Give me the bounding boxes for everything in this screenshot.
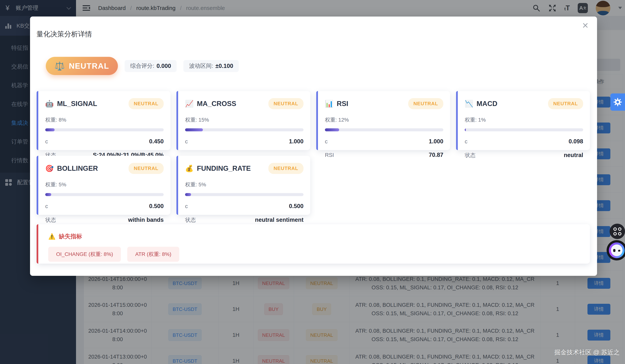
robot-icon: 🤖 (45, 100, 54, 108)
volatility-range-value: ±0.100 (216, 63, 233, 69)
warning-icon: ⚠️ (48, 233, 56, 240)
weight-label: 权重: 1% (465, 116, 583, 123)
overall-score-value: 0.000 (156, 63, 171, 69)
overall-summary-row: ⚖️ NEUTRAL 综合评分: 0.000 波动区间: ±0.100 (46, 57, 239, 75)
weight-progress (45, 193, 164, 196)
ai-assistant-button[interactable] (607, 240, 625, 260)
weight-progress (185, 128, 304, 131)
weight-label: 权重: 8% (45, 116, 164, 123)
apps-grid-icon (613, 227, 622, 236)
volatility-range: 波动区间: ±0.100 (183, 60, 239, 72)
balance-scale-icon: ⚖️ (54, 62, 65, 70)
indicator-card-ml-signal: 🤖ML_SIGNAL NEUTRAL 权重: 8% c0.450 状态S:24.… (37, 91, 170, 150)
chart-down-icon: 📉 (465, 100, 473, 108)
bar-chart-icon: 📊 (325, 100, 333, 108)
gear-icon (613, 98, 622, 106)
overall-signal-label: NEUTRAL (69, 61, 109, 71)
robot-face-icon (609, 243, 625, 258)
indicator-cards: 🤖ML_SIGNAL NEUTRAL 权重: 8% c0.450 状态S:24.… (37, 91, 590, 215)
status-badge: NEUTRAL (128, 163, 164, 174)
indicator-card-rsi: 📊RSI NEUTRAL 权重: 12% c1.000 RSI70.87 (316, 91, 450, 150)
settings-drawer-button[interactable] (610, 93, 625, 111)
screen: Dashboard / route.kbTrading / route.ense… (0, 0, 625, 364)
watermark: 掘金技术社区 @ 苏近之 (554, 348, 620, 357)
weight-progress (185, 193, 304, 196)
chart-up-icon: 📈 (185, 100, 193, 108)
weight-progress (325, 128, 443, 131)
indicator-card-funding-rate: 💰FUNDING_RATE NEUTRAL 权重: 5% c0.500 状态ne… (176, 156, 310, 215)
missing-indicator-chip: ATR (权重: 8%) (127, 247, 179, 262)
weight-label: 权重: 5% (185, 181, 304, 188)
status-badge: NEUTRAL (408, 98, 443, 109)
status-badge: NEUTRAL (548, 98, 583, 109)
money-bag-icon: 💰 (185, 165, 193, 172)
status-badge: NEUTRAL (128, 98, 164, 109)
indicator-card-ma-cross: 📈MA_CROSS NEUTRAL 权重: 15% c1.000 (176, 91, 310, 150)
modal-title: 量化决策分析详情 (36, 30, 92, 39)
close-icon[interactable]: × (581, 20, 590, 31)
weight-label: 权重: 5% (45, 181, 164, 188)
target-icon: 🎯 (45, 165, 54, 172)
status-badge: NEUTRAL (268, 163, 304, 174)
overall-signal-badge: ⚖️ NEUTRAL (46, 57, 118, 75)
weight-label: 权重: 12% (325, 116, 443, 123)
weight-progress (45, 128, 164, 131)
overall-score: 综合评分: 0.000 (125, 60, 177, 72)
indicator-card-bollinger: 🎯BOLLINGER NEUTRAL 权重: 5% c0.500 状态withi… (37, 156, 170, 215)
missing-indicators-card: ⚠️ 缺失指标 OI_CHANGE (权重: 8%) ATR (权重: 8%) (37, 224, 590, 264)
weight-progress (465, 128, 583, 131)
missing-indicator-chip: OI_CHANGE (权重: 8%) (48, 247, 121, 262)
weight-label: 权重: 15% (185, 116, 304, 123)
indicator-card-macd: 📉MACD NEUTRAL 权重: 1% c0.098 状态neutral (456, 91, 590, 150)
quant-decision-modal: 量化决策分析详情 × ⚖️ NEUTRAL 综合评分: 0.000 波动区间: … (30, 17, 597, 276)
status-badge: NEUTRAL (268, 98, 304, 109)
widgets-button[interactable] (610, 224, 625, 239)
missing-indicators-title: 缺失指标 (59, 233, 82, 240)
